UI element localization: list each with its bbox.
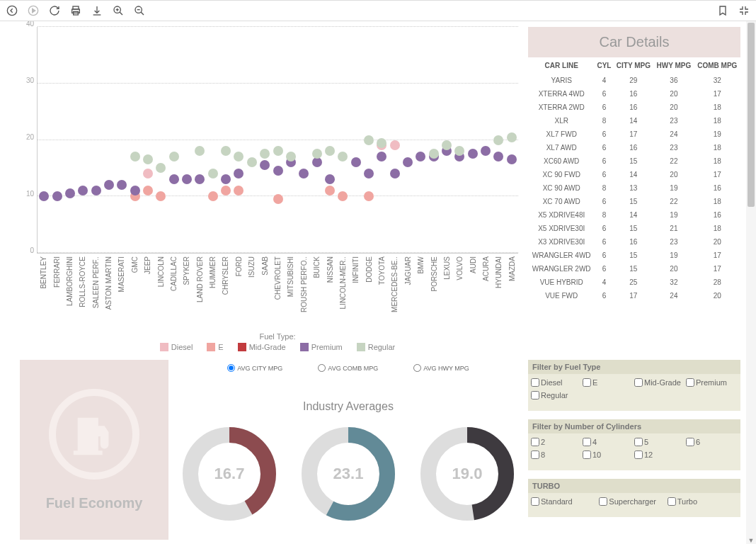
collapse-icon[interactable] [738,4,750,17]
back-icon[interactable] [6,4,18,17]
bookmark-icon[interactable] [716,4,729,17]
zoom-out-icon[interactable] [133,4,146,17]
svg-point-0 [7,6,16,15]
zoom-in-icon[interactable] [112,4,125,17]
svg-marker-2 [33,8,35,12]
svg-line-11 [141,12,144,15]
refresh-icon[interactable] [48,4,61,17]
download-icon[interactable] [91,4,103,17]
svg-line-7 [120,12,122,15]
play-icon[interactable] [27,4,40,17]
print-icon[interactable] [69,4,82,17]
toolbar [0,0,756,21]
